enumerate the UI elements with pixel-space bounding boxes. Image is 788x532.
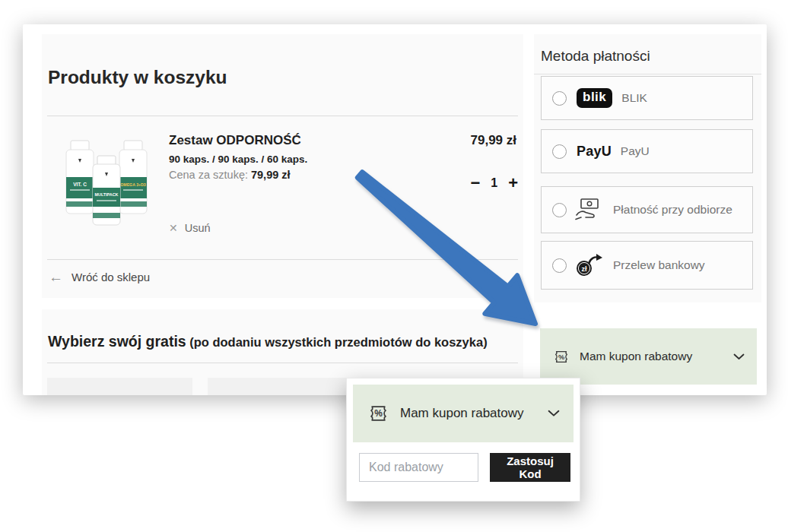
blik-logo: blik bbox=[577, 88, 612, 108]
bank-transfer-icon: zł bbox=[574, 252, 604, 278]
popup-coupon-toggle[interactable]: % Mam kupon rabatowy bbox=[353, 385, 574, 442]
payment-option-label: Przelew bankowy bbox=[613, 258, 705, 272]
remove-label: Usuń bbox=[185, 222, 211, 234]
cart-section: Produkty w koszyku VIT. C OMEGA 3+D3 bbox=[42, 34, 523, 298]
supplement-bottles-illustration: VIT. C OMEGA 3+D3 MULTIPACK bbox=[57, 135, 156, 232]
cart-title: Produkty w koszyku bbox=[48, 67, 227, 88]
payment-option-cash-on-delivery[interactable]: Płatność przy odbiorze bbox=[541, 186, 753, 233]
close-icon: ✕ bbox=[169, 222, 178, 234]
free-gift-title-note: (po dodaniu wszystkich przedmiotów do ko… bbox=[189, 335, 487, 349]
product-unit-price: Cena za sztukę:79,99 zł bbox=[169, 169, 307, 181]
quantity-increase-button[interactable]: + bbox=[508, 175, 518, 192]
coupon-code-input[interactable] bbox=[359, 453, 478, 482]
bottle-label-vitc: VIT. C bbox=[73, 182, 87, 187]
coupon-toggle-label: Mam kupon rabatowy bbox=[400, 406, 524, 421]
coupon-form: Zastosuj Kod bbox=[353, 453, 574, 482]
quantity-value: 1 bbox=[491, 176, 497, 190]
bottle-label-omega: OMEGA 3+D3 bbox=[120, 182, 146, 187]
svg-text:%: % bbox=[558, 353, 564, 360]
apply-code-button[interactable]: Zastosuj Kod bbox=[490, 453, 570, 482]
divider bbox=[47, 363, 518, 363]
chevron-down-icon bbox=[548, 410, 560, 417]
coupon-ticket-icon: % bbox=[367, 404, 390, 423]
remove-item-button[interactable]: ✕ Usuń bbox=[169, 222, 211, 234]
divider bbox=[47, 116, 518, 116]
free-gift-title-main: Wybierz swój gratis bbox=[48, 333, 186, 350]
unit-price-value: 79,99 zł bbox=[251, 169, 291, 181]
product-specs: 90 kaps. / 90 kaps. / 60 kaps. bbox=[169, 154, 307, 165]
gift-option-placeholder[interactable] bbox=[47, 378, 192, 395]
free-gift-title: Wybierz swój gratis (po dodaniu wszystki… bbox=[48, 333, 488, 350]
payment-option-payu[interactable]: PayU PayU bbox=[541, 129, 753, 173]
coupon-toggle-label: Mam kupon rabatowy bbox=[580, 350, 692, 363]
payment-title: Metoda płatności bbox=[541, 48, 650, 65]
payment-option-bank-transfer[interactable]: zł Przelew bankowy bbox=[541, 241, 753, 290]
back-to-shop-label: Wróć do sklepu bbox=[71, 271, 150, 283]
product-details: Zestaw ODPORNOŚĆ 90 kaps. / 90 kaps. / 6… bbox=[169, 133, 307, 181]
payment-option-label: Płatność przy odbiorze bbox=[613, 203, 732, 217]
chevron-down-icon bbox=[733, 353, 745, 360]
divider bbox=[534, 74, 761, 74]
arrow-left-icon: ← bbox=[49, 270, 63, 284]
radio-button[interactable] bbox=[552, 91, 567, 106]
payment-option-blik[interactable]: blik BLIK bbox=[541, 76, 753, 120]
unit-price-label: Cena za sztukę: bbox=[169, 169, 248, 181]
divider bbox=[47, 259, 518, 260]
payment-sidebar: Metoda płatności blik BLIK PayU PayU Pła… bbox=[534, 34, 761, 302]
coupon-ticket-icon: % bbox=[552, 350, 570, 364]
svg-text:%: % bbox=[374, 408, 383, 419]
radio-button[interactable] bbox=[552, 144, 567, 159]
back-to-shop-link[interactable]: ← Wróć do sklepu bbox=[49, 270, 150, 284]
payment-option-label: PayU bbox=[621, 144, 650, 158]
cash-on-delivery-icon bbox=[574, 197, 604, 223]
quantity-stepper: − 1 + bbox=[470, 175, 518, 192]
product-name: Zestaw ODPORNOŚĆ bbox=[169, 133, 307, 148]
checkout-card: Produkty w koszyku VIT. C OMEGA 3+D3 bbox=[23, 24, 767, 395]
payu-logo: PayU bbox=[577, 144, 612, 160]
bottle-label-multipack: MULTIPACK bbox=[95, 192, 119, 197]
payment-option-label: BLIK bbox=[621, 91, 647, 105]
radio-button[interactable] bbox=[552, 258, 567, 273]
zloty-coin-label: zł bbox=[581, 265, 587, 273]
gift-option-placeholder[interactable] bbox=[208, 378, 353, 395]
coupon-popup: % Mam kupon rabatowy Zastosuj Kod bbox=[346, 378, 580, 502]
quantity-decrease-button[interactable]: − bbox=[470, 175, 480, 192]
coupon-toggle[interactable]: % Mam kupon rabatowy bbox=[540, 328, 757, 385]
product-image: VIT. C OMEGA 3+D3 MULTIPACK bbox=[57, 135, 156, 232]
line-price: 79,99 zł bbox=[471, 133, 517, 148]
radio-button[interactable] bbox=[552, 203, 567, 217]
